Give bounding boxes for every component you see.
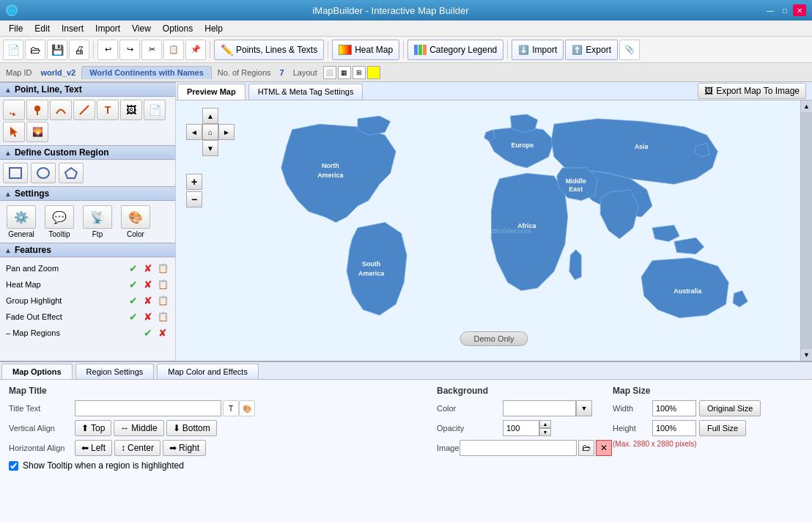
nav-left[interactable]: ◄ bbox=[186, 124, 202, 140]
settings-color[interactable]: 🎨 Color bbox=[119, 205, 152, 238]
settings-general[interactable]: ⚙️ General bbox=[4, 205, 38, 238]
height-input[interactable] bbox=[652, 420, 696, 436]
zoom-in[interactable]: + bbox=[186, 174, 202, 190]
map-regions-remove[interactable]: ✘ bbox=[156, 326, 169, 339]
title-text-input[interactable] bbox=[75, 400, 221, 416]
nav-home[interactable]: ⌂ bbox=[202, 124, 218, 140]
tool-text[interactable]: T bbox=[97, 100, 119, 120]
print-button[interactable]: 🖨 bbox=[69, 40, 89, 60]
nav-right[interactable]: ► bbox=[218, 124, 235, 140]
export-toolbar-button[interactable]: ⬆️ Export bbox=[565, 40, 618, 60]
menu-options[interactable]: Options bbox=[157, 22, 199, 35]
category-legend-button[interactable]: Category Legend bbox=[407, 40, 503, 60]
fade-out-copy[interactable]: 📋 bbox=[156, 310, 169, 323]
group-highlight-remove[interactable]: ✘ bbox=[141, 294, 155, 307]
point-line-text-header[interactable]: ▲ Point, Line, Text bbox=[0, 82, 175, 97]
title-text-format-btn[interactable]: T bbox=[223, 400, 239, 416]
shape-polygon[interactable] bbox=[59, 163, 84, 183]
demo-only-badge[interactable]: Demo Only bbox=[459, 331, 528, 346]
menu-view[interactable]: View bbox=[126, 22, 157, 35]
scroll-track[interactable] bbox=[801, 112, 812, 349]
menu-help[interactable]: Help bbox=[199, 22, 229, 35]
tooltip-checkbox[interactable] bbox=[9, 461, 18, 471]
preview-map-tab[interactable]: Preview Map bbox=[177, 84, 246, 100]
tool-pointer[interactable] bbox=[3, 122, 25, 142]
vertical-scrollbar[interactable]: ▲ ▼ bbox=[800, 100, 812, 361]
export-map-image-button[interactable]: 🖼 Export Map To Image bbox=[698, 83, 806, 99]
menu-file[interactable]: File bbox=[3, 22, 29, 35]
layout-icon-3[interactable]: ⊞ bbox=[353, 66, 366, 79]
region-settings-tab[interactable]: Region Settings bbox=[75, 364, 155, 379]
tool-photo[interactable]: 🌄 bbox=[26, 122, 48, 142]
maximize-button[interactable]: □ bbox=[778, 4, 791, 16]
shape-rect[interactable] bbox=[3, 163, 28, 183]
heat-map-check[interactable]: ✔ bbox=[127, 278, 140, 291]
cut-button[interactable]: ✂ bbox=[141, 40, 162, 60]
map-options-tab[interactable]: Map Options bbox=[1, 364, 73, 379]
shape-circle[interactable] bbox=[31, 163, 56, 183]
image-path-input[interactable] bbox=[459, 440, 577, 456]
settings-tooltip[interactable]: 💬 Tooltip bbox=[43, 205, 76, 238]
tool-image[interactable]: 🖼 bbox=[120, 100, 142, 120]
original-size-button[interactable]: Original Size bbox=[699, 400, 761, 416]
group-highlight-copy[interactable]: 📋 bbox=[156, 294, 169, 307]
align-left-button[interactable]: ⬅ Left bbox=[75, 440, 112, 456]
map-color-effects-tab[interactable]: Map Color and Effects bbox=[157, 364, 259, 379]
nav-down[interactable]: ▼ bbox=[202, 140, 218, 156]
tool-doc[interactable]: 📄 bbox=[144, 100, 166, 120]
undo-button[interactable]: ↩ bbox=[97, 40, 118, 60]
opacity-input[interactable] bbox=[503, 420, 539, 436]
tool-line[interactable] bbox=[73, 100, 95, 120]
heat-map-button[interactable]: Heat Map bbox=[332, 40, 399, 60]
width-input[interactable] bbox=[652, 400, 696, 416]
layout-icon-4[interactable] bbox=[367, 66, 380, 79]
align-middle-button[interactable]: ↔ Middle bbox=[114, 420, 163, 436]
zoom-out[interactable]: − bbox=[186, 191, 202, 207]
scroll-up-arrow[interactable]: ▲ bbox=[802, 100, 812, 112]
settings-ftp[interactable]: 📡 Ftp bbox=[81, 205, 114, 238]
tool-curve[interactable] bbox=[50, 100, 72, 120]
pan-zoom-check[interactable]: ✔ bbox=[127, 262, 140, 275]
color-dropdown-btn[interactable]: ▼ bbox=[576, 400, 592, 416]
pan-zoom-copy[interactable]: 📋 bbox=[156, 262, 169, 275]
group-highlight-check[interactable]: ✔ bbox=[127, 294, 140, 307]
image-browse-btn[interactable]: 🗁 bbox=[578, 440, 594, 456]
align-bottom-button[interactable]: ⬇ Bottom bbox=[166, 420, 217, 436]
map-regions-check[interactable]: ✔ bbox=[141, 326, 155, 339]
open-button[interactable]: 🗁 bbox=[25, 40, 45, 60]
extra-button[interactable]: 📎 bbox=[619, 40, 640, 60]
align-center-button[interactable]: ↕ Center bbox=[114, 440, 160, 456]
points-lines-texts-button[interactable]: ✏️ Points, Lines & Texts bbox=[214, 40, 324, 60]
menu-edit[interactable]: Edit bbox=[29, 22, 56, 35]
full-size-button[interactable]: Full Size bbox=[699, 420, 746, 436]
minimize-button[interactable]: — bbox=[764, 4, 777, 16]
html-meta-tab[interactable]: HTML & Meta Tag Settings bbox=[248, 84, 363, 100]
layout-icon-2[interactable]: ▦ bbox=[338, 66, 351, 79]
heat-map-copy[interactable]: 📋 bbox=[156, 278, 169, 291]
scroll-down-arrow[interactable]: ▼ bbox=[802, 349, 812, 361]
align-right-button[interactable]: ➡ Right bbox=[163, 440, 206, 456]
copy-button[interactable]: 📋 bbox=[163, 40, 184, 60]
fade-out-remove[interactable]: ✘ bbox=[141, 310, 155, 323]
paste-button[interactable]: 📌 bbox=[185, 40, 206, 60]
image-clear-btn[interactable]: ✕ bbox=[596, 440, 612, 456]
close-button[interactable]: ✕ bbox=[793, 4, 806, 16]
nav-up[interactable]: ▲ bbox=[202, 108, 218, 124]
save-button[interactable]: 💾 bbox=[47, 40, 67, 60]
bg-color-input[interactable] bbox=[503, 400, 576, 416]
map-name-tab[interactable]: World Continents with Names bbox=[81, 66, 212, 79]
features-header[interactable]: ▲ Features bbox=[0, 243, 175, 257]
tool-pencil[interactable] bbox=[3, 100, 25, 120]
menu-insert[interactable]: Insert bbox=[56, 22, 89, 35]
opacity-down[interactable]: ▼ bbox=[539, 428, 551, 436]
pan-zoom-remove[interactable]: ✘ bbox=[141, 262, 155, 275]
tool-pin[interactable] bbox=[26, 100, 48, 120]
heat-map-remove[interactable]: ✘ bbox=[141, 278, 155, 291]
settings-header[interactable]: ▲ Settings bbox=[0, 186, 175, 201]
redo-button[interactable]: ↪ bbox=[119, 40, 140, 60]
fade-out-check[interactable]: ✔ bbox=[127, 310, 140, 323]
layout-icon-1[interactable]: ⬜ bbox=[323, 66, 336, 79]
align-top-button[interactable]: ⬆ Top bbox=[75, 420, 111, 436]
define-custom-region-header[interactable]: ▲ Define Custom Region bbox=[0, 145, 175, 160]
new-button[interactable]: 📄 bbox=[3, 40, 23, 60]
